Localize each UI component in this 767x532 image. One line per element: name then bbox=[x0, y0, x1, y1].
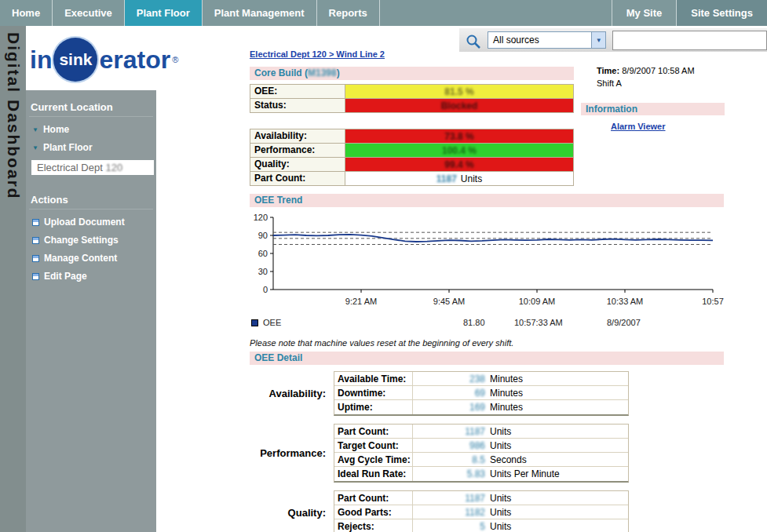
field-label: Downtime: bbox=[334, 386, 413, 399]
sidebar-item-plant-floor[interactable]: ▼ Plant Floor bbox=[29, 142, 153, 153]
svg-text:60: 60 bbox=[258, 249, 268, 258]
information-header: Information bbox=[581, 103, 725, 115]
field-unit: Units bbox=[490, 507, 511, 518]
sidebar-item-upload-document[interactable]: Upload Document bbox=[29, 217, 153, 228]
field-value: 169 bbox=[413, 402, 485, 413]
core-build-title: Core Build ( bbox=[254, 67, 308, 78]
sidebar-item-label: Manage Content bbox=[44, 253, 117, 264]
logo-text-in: in bbox=[30, 46, 52, 75]
legend-date: 8/9/2007 bbox=[607, 318, 641, 327]
field-label: Part Count: bbox=[334, 425, 413, 438]
table-row: Ideal Run Rate: 5.83Units Per Minute bbox=[334, 467, 628, 481]
sources-dropdown[interactable]: All sources ▼ bbox=[488, 31, 606, 49]
field-value: 986 bbox=[413, 440, 485, 451]
sidebar-item-label: Upload Document bbox=[44, 217, 125, 228]
nav-my-site[interactable]: My Site bbox=[612, 0, 677, 26]
tree-arrow-icon: ▼ bbox=[32, 144, 38, 151]
sidebar-item-label: Plant Floor bbox=[43, 142, 93, 153]
tab-reports[interactable]: Reports bbox=[317, 0, 380, 26]
chevron-down-icon: ▼ bbox=[591, 32, 605, 48]
table-row: Availability: 73.8 % bbox=[250, 129, 574, 144]
performance-group: Performance: Part Count: 1187Units Targe… bbox=[250, 424, 724, 483]
table-row: Part Count: 1187 Units bbox=[250, 172, 574, 186]
field-label: Available Time: bbox=[334, 372, 413, 385]
sidebar-item-label: Home bbox=[43, 124, 69, 135]
field-value: 69 bbox=[413, 388, 485, 399]
oee-trend-chart: 03060901209:21 AM9:45 AM10:09 AM10:33 AM… bbox=[250, 210, 724, 316]
availability-table: Available Time: 238Minutes Downtime: 69M… bbox=[334, 371, 629, 416]
field-unit: Units bbox=[490, 493, 511, 504]
quality-value-bar: 99.4 % bbox=[345, 158, 574, 171]
field-unit: Units bbox=[490, 426, 511, 437]
legend-series-label: OEE bbox=[263, 318, 281, 327]
table-row: Status: Blocked bbox=[250, 99, 574, 113]
quality-value: 99.4 % bbox=[444, 159, 473, 170]
legend-swatch bbox=[251, 319, 258, 326]
svg-text:90: 90 bbox=[258, 231, 268, 240]
tab-home[interactable]: Home bbox=[0, 0, 53, 26]
field-value: 8.5 bbox=[413, 454, 485, 465]
settings-icon bbox=[32, 237, 39, 244]
part-count-unit: Units bbox=[461, 173, 482, 184]
table-row: Target Count: 986Units bbox=[334, 439, 628, 453]
vertical-banner: Digital Dashboard bbox=[0, 26, 26, 532]
sidebar-item-edit-page[interactable]: Edit Page bbox=[29, 271, 153, 282]
field-value: 5.83 bbox=[413, 468, 485, 479]
oee-value-bar: 81.5 % bbox=[345, 85, 574, 98]
performance-group-label: Performance: bbox=[250, 424, 334, 483]
metrics-table: Availability: 73.8 % Performance: 100.4 … bbox=[250, 129, 574, 186]
performance-label: Performance: bbox=[250, 144, 345, 157]
oee-trend-section: OEE Trend 03060901209:21 AM9:45 AM10:09 … bbox=[250, 194, 724, 330]
vertical-banner-title: Digital Dashboard bbox=[4, 32, 23, 200]
sidebar-item-label: Edit Page bbox=[44, 271, 87, 282]
performance-value-bar: 100.4 % bbox=[345, 144, 574, 157]
table-row: Good Parts: 1182Units bbox=[334, 505, 628, 519]
document-icon bbox=[32, 219, 39, 226]
tab-plant-management[interactable]: Plant Management bbox=[203, 0, 317, 26]
table-row: Part Count: 1187Units bbox=[334, 425, 628, 439]
table-row: Quality: 99.4 % bbox=[250, 158, 574, 172]
field-unit: Units Per Minute bbox=[490, 468, 560, 479]
edit-icon bbox=[32, 273, 39, 280]
availability-group-label: Availability: bbox=[250, 371, 334, 416]
availability-group: Availability: Available Time: 238Minutes… bbox=[250, 371, 724, 416]
status-value-bar: Blocked bbox=[345, 99, 574, 112]
availability-label: Availability: bbox=[250, 129, 345, 143]
shift-note: Please note that machine values reset at… bbox=[250, 338, 513, 348]
search-input[interactable] bbox=[612, 31, 767, 50]
field-label: Ideal Run Rate: bbox=[334, 467, 413, 481]
search-icon[interactable] bbox=[466, 31, 481, 49]
nav-site-settings[interactable]: Site Settings bbox=[676, 0, 767, 26]
sidebar-item-home[interactable]: ▼ Home bbox=[29, 124, 153, 135]
performance-value: 100.4 % bbox=[442, 145, 477, 156]
field-value: 238 bbox=[413, 373, 485, 384]
sidebar-item-manage-content[interactable]: Manage Content bbox=[29, 253, 153, 264]
sidebar: Current Location ▼ Home ▼ Plant Floor El… bbox=[26, 90, 156, 532]
oee-status-table: OEE: 81.5 % Status: Blocked bbox=[250, 84, 574, 113]
breadcrumb[interactable]: Electrical Dept 120 > Wind Line 2 bbox=[250, 49, 385, 59]
tree-arrow-icon: ▼ bbox=[32, 126, 38, 133]
svg-text:0: 0 bbox=[263, 285, 268, 294]
field-label: Good Parts: bbox=[334, 505, 413, 519]
alarm-viewer-link[interactable]: Alarm Viewer bbox=[611, 122, 666, 131]
core-build-header: Core Build (M1398) bbox=[250, 67, 574, 80]
selected-location-name: Electrical Dept bbox=[37, 162, 105, 173]
status-label: Status: bbox=[250, 99, 345, 112]
tab-plant-floor[interactable]: Plant Floor bbox=[125, 0, 203, 26]
quality-group-label: Quality: bbox=[250, 490, 334, 532]
quality-label: Quality: bbox=[250, 158, 345, 171]
svg-text:9:45 AM: 9:45 AM bbox=[433, 297, 465, 306]
field-value: 1187 bbox=[413, 426, 485, 437]
field-label: Target Count: bbox=[334, 439, 413, 452]
core-build-title-close: ) bbox=[337, 67, 340, 78]
field-value: 1182 bbox=[413, 507, 485, 518]
svg-text:9:21 AM: 9:21 AM bbox=[345, 297, 377, 306]
sidebar-item-change-settings[interactable]: Change Settings bbox=[29, 235, 153, 246]
table-row: Part Count: 1187Units bbox=[334, 491, 628, 505]
field-label: Part Count: bbox=[334, 491, 413, 505]
field-unit: Minutes bbox=[490, 388, 523, 399]
field-unit: Units bbox=[490, 521, 511, 532]
logo-circle: sink bbox=[53, 38, 97, 82]
tab-executive[interactable]: Executive bbox=[53, 0, 125, 26]
machine-id: M1398 bbox=[308, 67, 337, 78]
